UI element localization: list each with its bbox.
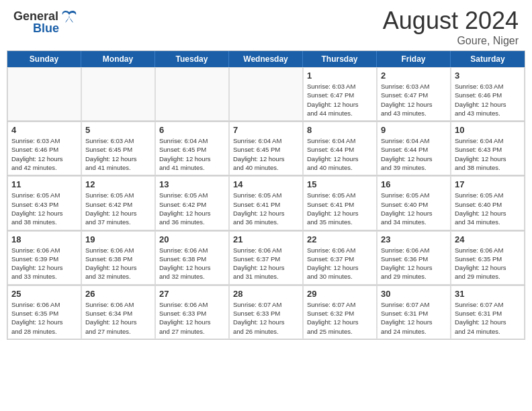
calendar-cell: 25Sunrise: 6:06 AM Sunset: 6:35 PM Dayli… xyxy=(7,285,81,339)
day-info: Sunrise: 6:07 AM Sunset: 6:33 PM Dayligh… xyxy=(233,300,299,336)
logo: General Blue xyxy=(13,7,79,36)
calendar-cell: 14Sunrise: 6:05 AM Sunset: 6:41 PM Dayli… xyxy=(229,176,303,230)
day-number: 19 xyxy=(85,234,151,244)
calendar-cell xyxy=(155,67,229,121)
calendar-cell: 2Sunrise: 6:03 AM Sunset: 6:47 PM Daylig… xyxy=(377,67,451,121)
calendar-cell: 4Sunrise: 6:03 AM Sunset: 6:46 PM Daylig… xyxy=(7,122,81,175)
location-subtitle: Goure, Niger xyxy=(383,35,519,47)
day-number: 6 xyxy=(159,125,225,135)
day-number: 30 xyxy=(381,289,447,299)
day-info: Sunrise: 6:04 AM Sunset: 6:44 PM Dayligh… xyxy=(381,136,447,172)
calendar-cell: 26Sunrise: 6:06 AM Sunset: 6:34 PM Dayli… xyxy=(81,285,155,339)
day-number: 15 xyxy=(307,179,373,189)
calendar-cell: 20Sunrise: 6:06 AM Sunset: 6:38 PM Dayli… xyxy=(155,231,229,285)
day-info: Sunrise: 6:07 AM Sunset: 6:32 PM Dayligh… xyxy=(307,300,373,336)
calendar-cell: 12Sunrise: 6:05 AM Sunset: 6:42 PM Dayli… xyxy=(81,176,155,230)
day-number: 22 xyxy=(307,234,373,244)
day-number: 9 xyxy=(381,125,447,135)
day-info: Sunrise: 6:04 AM Sunset: 6:44 PM Dayligh… xyxy=(307,136,373,172)
calendar-cell: 13Sunrise: 6:05 AM Sunset: 6:42 PM Dayli… xyxy=(155,176,229,230)
logo-blue-text: Blue xyxy=(33,21,59,36)
day-info: Sunrise: 6:04 AM Sunset: 6:45 PM Dayligh… xyxy=(159,136,225,172)
weekday-header: Wednesday xyxy=(229,51,303,67)
calendar-cell: 8Sunrise: 6:04 AM Sunset: 6:44 PM Daylig… xyxy=(303,122,377,175)
day-number: 18 xyxy=(11,234,77,244)
day-info: Sunrise: 6:06 AM Sunset: 6:35 PM Dayligh… xyxy=(455,246,521,281)
day-number: 5 xyxy=(85,125,151,135)
day-info: Sunrise: 6:04 AM Sunset: 6:45 PM Dayligh… xyxy=(233,136,299,172)
calendar-body: 1Sunrise: 6:03 AM Sunset: 6:47 PM Daylig… xyxy=(7,67,525,339)
calendar-cell: 9Sunrise: 6:04 AM Sunset: 6:44 PM Daylig… xyxy=(377,122,451,175)
day-info: Sunrise: 6:06 AM Sunset: 6:37 PM Dayligh… xyxy=(307,246,373,281)
day-number: 25 xyxy=(11,289,77,299)
day-info: Sunrise: 6:06 AM Sunset: 6:37 PM Dayligh… xyxy=(233,246,299,281)
calendar-cell: 16Sunrise: 6:05 AM Sunset: 6:40 PM Dayli… xyxy=(377,176,451,230)
calendar-cell: 31Sunrise: 6:07 AM Sunset: 6:31 PM Dayli… xyxy=(451,285,525,339)
weekday-header: Friday xyxy=(377,51,451,67)
calendar-cell: 23Sunrise: 6:06 AM Sunset: 6:36 PM Dayli… xyxy=(377,231,451,285)
day-info: Sunrise: 6:06 AM Sunset: 6:35 PM Dayligh… xyxy=(11,300,77,336)
day-number: 3 xyxy=(455,71,521,81)
day-number: 11 xyxy=(11,179,77,189)
day-number: 31 xyxy=(455,289,521,299)
calendar-cell: 28Sunrise: 6:07 AM Sunset: 6:33 PM Dayli… xyxy=(229,285,303,339)
day-info: Sunrise: 6:03 AM Sunset: 6:47 PM Dayligh… xyxy=(381,82,447,118)
calendar-cell: 10Sunrise: 6:04 AM Sunset: 6:43 PM Dayli… xyxy=(451,122,525,175)
page-header: General Blue August 2024 Goure, Niger xyxy=(0,0,532,50)
day-number: 16 xyxy=(381,179,447,189)
day-number: 2 xyxy=(381,71,447,81)
day-number: 21 xyxy=(233,234,299,244)
day-number: 23 xyxy=(381,234,447,244)
day-info: Sunrise: 6:05 AM Sunset: 6:40 PM Dayligh… xyxy=(455,191,521,226)
weekday-header: Monday xyxy=(81,51,155,67)
day-number: 7 xyxy=(233,125,299,135)
day-info: Sunrise: 6:05 AM Sunset: 6:41 PM Dayligh… xyxy=(233,191,299,226)
day-info: Sunrise: 6:06 AM Sunset: 6:39 PM Dayligh… xyxy=(11,246,77,281)
calendar-cell: 30Sunrise: 6:07 AM Sunset: 6:31 PM Dayli… xyxy=(377,285,451,339)
day-info: Sunrise: 6:05 AM Sunset: 6:42 PM Dayligh… xyxy=(85,191,151,226)
day-info: Sunrise: 6:05 AM Sunset: 6:43 PM Dayligh… xyxy=(11,191,77,226)
logo-bird-icon xyxy=(60,7,79,26)
calendar-cell xyxy=(229,67,303,121)
calendar-cell: 17Sunrise: 6:05 AM Sunset: 6:40 PM Dayli… xyxy=(451,176,525,230)
calendar-header: SundayMondayTuesdayWednesdayThursdayFrid… xyxy=(7,51,525,67)
day-info: Sunrise: 6:05 AM Sunset: 6:42 PM Dayligh… xyxy=(159,191,225,226)
day-info: Sunrise: 6:07 AM Sunset: 6:31 PM Dayligh… xyxy=(381,300,447,336)
calendar-cell: 29Sunrise: 6:07 AM Sunset: 6:32 PM Dayli… xyxy=(303,285,377,339)
calendar-cell: 3Sunrise: 6:03 AM Sunset: 6:46 PM Daylig… xyxy=(451,67,525,121)
day-number: 20 xyxy=(159,234,225,244)
day-number: 28 xyxy=(233,289,299,299)
day-number: 14 xyxy=(233,179,299,189)
day-info: Sunrise: 6:03 AM Sunset: 6:46 PM Dayligh… xyxy=(455,82,521,118)
day-number: 13 xyxy=(159,179,225,189)
calendar-cell: 15Sunrise: 6:05 AM Sunset: 6:41 PM Dayli… xyxy=(303,176,377,230)
calendar-cell: 6Sunrise: 6:04 AM Sunset: 6:45 PM Daylig… xyxy=(155,122,229,175)
day-info: Sunrise: 6:06 AM Sunset: 6:38 PM Dayligh… xyxy=(85,246,151,281)
weekday-header: Saturday xyxy=(451,51,525,67)
day-number: 17 xyxy=(455,179,521,189)
calendar-cell: 1Sunrise: 6:03 AM Sunset: 6:47 PM Daylig… xyxy=(303,67,377,121)
calendar-cell: 5Sunrise: 6:03 AM Sunset: 6:45 PM Daylig… xyxy=(81,122,155,175)
calendar-cell: 24Sunrise: 6:06 AM Sunset: 6:35 PM Dayli… xyxy=(451,231,525,285)
day-number: 12 xyxy=(85,179,151,189)
day-info: Sunrise: 6:06 AM Sunset: 6:33 PM Dayligh… xyxy=(159,300,225,336)
day-info: Sunrise: 6:06 AM Sunset: 6:38 PM Dayligh… xyxy=(159,246,225,281)
calendar-cell: 27Sunrise: 6:06 AM Sunset: 6:33 PM Dayli… xyxy=(155,285,229,339)
day-info: Sunrise: 6:03 AM Sunset: 6:45 PM Dayligh… xyxy=(85,136,151,172)
calendar-cell xyxy=(7,67,81,121)
calendar-cell: 19Sunrise: 6:06 AM Sunset: 6:38 PM Dayli… xyxy=(81,231,155,285)
title-area: August 2024 Goure, Niger xyxy=(383,7,519,47)
day-info: Sunrise: 6:06 AM Sunset: 6:34 PM Dayligh… xyxy=(85,300,151,336)
day-info: Sunrise: 6:04 AM Sunset: 6:43 PM Dayligh… xyxy=(455,136,521,172)
day-info: Sunrise: 6:05 AM Sunset: 6:41 PM Dayligh… xyxy=(307,191,373,226)
calendar-cell: 21Sunrise: 6:06 AM Sunset: 6:37 PM Dayli… xyxy=(229,231,303,285)
day-info: Sunrise: 6:03 AM Sunset: 6:47 PM Dayligh… xyxy=(307,82,373,118)
month-year-title: August 2024 xyxy=(383,7,519,35)
calendar-cell: 22Sunrise: 6:06 AM Sunset: 6:37 PM Dayli… xyxy=(303,231,377,285)
calendar-cell: 18Sunrise: 6:06 AM Sunset: 6:39 PM Dayli… xyxy=(7,231,81,285)
day-number: 10 xyxy=(455,125,521,135)
day-info: Sunrise: 6:05 AM Sunset: 6:40 PM Dayligh… xyxy=(381,191,447,226)
weekday-header: Tuesday xyxy=(155,51,229,67)
calendar: SundayMondayTuesdayWednesdayThursdayFrid… xyxy=(7,50,525,340)
day-number: 27 xyxy=(159,289,225,299)
